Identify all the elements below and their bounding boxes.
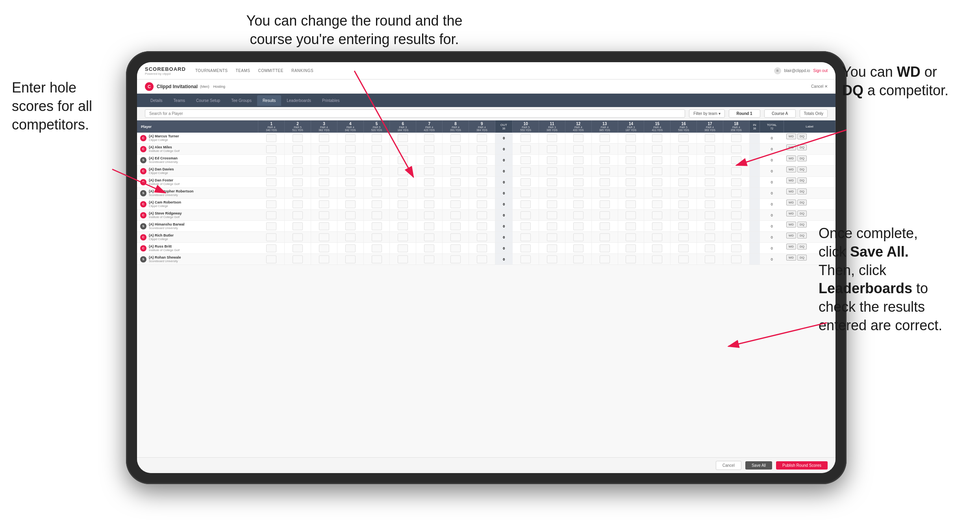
hole-17-input[interactable]: [705, 178, 715, 186]
dq-button[interactable]: DQ: [797, 255, 807, 261]
dq-button[interactable]: DQ: [797, 200, 807, 205]
hole-14-input[interactable]: [626, 233, 636, 241]
hole-3-input[interactable]: [319, 167, 329, 175]
hole-2-input[interactable]: [293, 211, 303, 219]
hole-18-input[interactable]: [731, 189, 741, 197]
tab-printables[interactable]: Printables: [317, 95, 345, 106]
hole-3-input[interactable]: [319, 200, 329, 208]
cancel-tournament-button[interactable]: Cancel ✕: [811, 84, 828, 89]
hole-8-input[interactable]: [450, 211, 461, 219]
hole-12-input[interactable]: [573, 167, 584, 175]
hole-13-input[interactable]: [600, 211, 610, 219]
hole-11-input[interactable]: [547, 200, 557, 208]
hole-13-input[interactable]: [600, 156, 610, 164]
hole-10-input[interactable]: [521, 156, 531, 164]
hole-10-input[interactable]: [521, 167, 531, 175]
hole-18-input[interactable]: [731, 134, 741, 142]
nav-tab-committee[interactable]: COMMITTEE: [258, 68, 283, 74]
hole-6-input[interactable]: [398, 200, 408, 208]
hole-18-input[interactable]: [731, 145, 741, 153]
hole-7-input[interactable]: [424, 244, 434, 252]
hole-8-input[interactable]: [450, 233, 461, 241]
hole-15-input[interactable]: [652, 244, 662, 252]
wd-button[interactable]: WD: [786, 255, 796, 261]
tab-teams[interactable]: Teams: [168, 95, 191, 106]
hole-3-input[interactable]: [319, 178, 329, 186]
hole-1-input[interactable]: [266, 211, 276, 219]
hole-15-input[interactable]: [652, 200, 662, 208]
hole-17-input[interactable]: [705, 200, 715, 208]
hole-15-input[interactable]: [652, 189, 662, 197]
hole-1-input[interactable]: [266, 222, 276, 230]
hole-5-input[interactable]: [372, 178, 382, 186]
hole-15-input[interactable]: [652, 156, 662, 164]
hole-8-input[interactable]: [450, 134, 461, 142]
hole-2-input[interactable]: [293, 167, 303, 175]
hole-5-input[interactable]: [372, 211, 382, 219]
hole-1-input[interactable]: [266, 167, 276, 175]
hole-6-input[interactable]: [398, 211, 408, 219]
round-selector[interactable]: Round 1: [729, 109, 760, 118]
hole-5-input[interactable]: [372, 233, 382, 241]
hole-5-input[interactable]: [372, 255, 382, 263]
hole-7-input[interactable]: [424, 200, 434, 208]
hole-14-input[interactable]: [626, 134, 636, 142]
hole-12-input[interactable]: [573, 233, 584, 241]
hole-13-input[interactable]: [600, 233, 610, 241]
hole-14-input[interactable]: [626, 145, 636, 153]
hole-1-input[interactable]: [266, 255, 276, 263]
hole-11-input[interactable]: [547, 189, 557, 197]
hole-12-input[interactable]: [573, 244, 584, 252]
tab-tee-groups[interactable]: Tee Groups: [226, 95, 257, 106]
hole-1-input[interactable]: [266, 156, 276, 164]
hole-10-input[interactable]: [521, 244, 531, 252]
hole-6-input[interactable]: [398, 156, 408, 164]
hole-17-input[interactable]: [705, 255, 715, 263]
hole-12-input[interactable]: [573, 211, 584, 219]
hole-15-input[interactable]: [652, 178, 662, 186]
hole-18-input[interactable]: [731, 244, 741, 252]
tab-details[interactable]: Details: [145, 95, 168, 106]
hole-5-input[interactable]: [372, 167, 382, 175]
hole-8-input[interactable]: [450, 200, 461, 208]
footer-cancel-button[interactable]: Cancel: [716, 461, 741, 470]
hole-4-input[interactable]: [345, 244, 356, 252]
hole-13-input[interactable]: [600, 222, 610, 230]
hole-2-input[interactable]: [293, 244, 303, 252]
dq-button[interactable]: DQ: [797, 244, 807, 250]
hole-2-input[interactable]: [293, 145, 303, 153]
hole-11-input[interactable]: [547, 244, 557, 252]
hole-16-input[interactable]: [678, 156, 689, 164]
hole-14-input[interactable]: [626, 189, 636, 197]
hole-12-input[interactable]: [573, 222, 584, 230]
wd-button[interactable]: WD: [786, 222, 796, 227]
hole-5-input[interactable]: [372, 222, 382, 230]
hole-15-input[interactable]: [652, 222, 662, 230]
hole-5-input[interactable]: [372, 200, 382, 208]
hole-17-input[interactable]: [705, 244, 715, 252]
nav-tab-teams[interactable]: TEAMS: [235, 68, 250, 74]
hole-18-input[interactable]: [731, 211, 741, 219]
hole-9-input[interactable]: [477, 211, 487, 219]
hole-4-input[interactable]: [345, 134, 356, 142]
hole-6-input[interactable]: [398, 145, 408, 153]
hole-4-input[interactable]: [345, 145, 356, 153]
hole-5-input[interactable]: [372, 134, 382, 142]
hole-6-input[interactable]: [398, 134, 408, 142]
hole-18-input[interactable]: [731, 255, 741, 263]
dq-button[interactable]: DQ: [797, 233, 807, 239]
hole-5-input[interactable]: [372, 145, 382, 153]
hole-5-input[interactable]: [372, 244, 382, 252]
hole-11-input[interactable]: [547, 145, 557, 153]
hole-9-input[interactable]: [477, 167, 487, 175]
hole-7-input[interactable]: [424, 255, 434, 263]
hole-13-input[interactable]: [600, 255, 610, 263]
hole-3-input[interactable]: [319, 189, 329, 197]
hole-3-input[interactable]: [319, 233, 329, 241]
dq-button[interactable]: DQ: [797, 211, 807, 216]
hole-9-input[interactable]: [477, 145, 487, 153]
hole-14-input[interactable]: [626, 167, 636, 175]
hole-3-input[interactable]: [319, 222, 329, 230]
hole-13-input[interactable]: [600, 167, 610, 175]
hole-14-input[interactable]: [626, 222, 636, 230]
